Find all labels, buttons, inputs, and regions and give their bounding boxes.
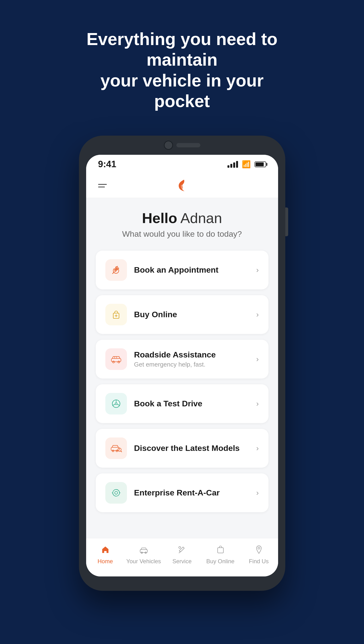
car-search-icon: [105, 438, 127, 459]
svg-point-1: [114, 268, 116, 270]
greeting-name: Adnan: [180, 210, 222, 226]
page-headline: Everything you need to maintain your veh…: [74, 29, 290, 112]
home-icon: [101, 545, 110, 556]
svg-line-12: [113, 404, 115, 406]
menu-subtitle-roadside-assistance: Get emergency help, fast.: [134, 361, 249, 368]
chevron-right-icon: ›: [256, 399, 259, 408]
svg-point-10: [115, 403, 117, 405]
svg-line-25: [179, 552, 180, 553]
svg-line-18: [121, 451, 122, 452]
camera-cluster: [164, 141, 200, 150]
wrench-tool-icon: [105, 259, 127, 281]
menu-title-rent-a-car: Enterprise Rent-A-Car: [134, 488, 249, 498]
menu-title-roadside-assistance: Roadside Assistance: [134, 350, 249, 360]
find-us-icon: [256, 545, 262, 556]
svg-rect-8: [115, 356, 117, 358]
greeting-line1: Hello Adnan: [96, 210, 269, 226]
signal-icon: [228, 161, 238, 168]
wifi-icon: 📶: [242, 160, 251, 168]
logo-svg: [177, 179, 187, 192]
chevron-right-icon: ›: [256, 354, 259, 364]
hamburger-line-top: [98, 184, 107, 185]
hamburger-menu-button[interactable]: [98, 184, 107, 187]
battery-fill: [256, 162, 264, 166]
menu-text-discover-models: Discover the Latest Models: [134, 444, 249, 453]
buy-online-nav-icon: [217, 545, 224, 556]
nav-label-your-vehicles: Your Vehicles: [126, 558, 161, 565]
menu-item-discover-models[interactable]: Discover the Latest Models ›: [96, 429, 269, 468]
menu-text-book-appointment: Book an Appointment: [134, 265, 249, 274]
nav-item-buy-online[interactable]: Buy Online: [201, 545, 240, 565]
status-bar: 9:41 📶: [86, 155, 278, 174]
status-icons: 📶: [228, 160, 266, 168]
greeting-subtitle: What would you like to do today?: [96, 229, 269, 238]
app-header: [86, 174, 278, 198]
chevron-right-icon: ›: [256, 488, 259, 497]
camera-lens: [164, 141, 173, 150]
nav-label-find-us: Find Us: [249, 558, 269, 565]
menu-title-discover-models: Discover the Latest Models: [134, 444, 249, 453]
svg-point-27: [258, 547, 260, 549]
your-vehicles-icon: [139, 545, 148, 556]
menu-text-roadside-assistance: Roadside Assistance Get emergency help, …: [134, 350, 249, 368]
nav-item-service[interactable]: Service: [163, 545, 201, 565]
menu-item-roadside-assistance[interactable]: Roadside Assistance Get emergency help, …: [96, 340, 269, 378]
menu-item-rent-a-car[interactable]: Enterprise Rent-A-Car ›: [96, 474, 269, 512]
menu-title-buy-online: Buy Online: [134, 310, 249, 319]
phone-top-bar: [79, 136, 285, 155]
nav-label-buy-online: Buy Online: [206, 558, 234, 565]
chevron-right-icon: ›: [256, 444, 259, 452]
car-emergency-icon: [105, 348, 127, 370]
phone-screen: 9:41 📶: [86, 155, 278, 576]
service-icon: [178, 545, 186, 556]
shopping-bag-icon: [105, 304, 127, 325]
battery-icon: [255, 162, 266, 167]
side-button: [285, 208, 288, 236]
menu-item-book-test-drive[interactable]: Book a Test Drive ›: [96, 384, 269, 423]
menu-text-buy-online: Buy Online: [134, 310, 249, 319]
chevron-right-icon: ›: [256, 310, 259, 319]
bottom-navigation: Home Your Vehicles: [86, 538, 278, 576]
nav-item-find-us[interactable]: Find Us: [240, 545, 278, 565]
svg-line-13: [117, 404, 119, 406]
chevron-right-icon: ›: [256, 266, 259, 274]
svg-point-20: [115, 492, 118, 494]
menu-text-book-test-drive: Book a Test Drive: [134, 399, 249, 408]
nav-label-service: Service: [172, 558, 192, 565]
menu-text-rent-a-car: Enterprise Rent-A-Car: [134, 488, 249, 498]
svg-point-24: [179, 546, 181, 548]
menu-list: Book an Appointment ›: [96, 250, 269, 512]
menu-item-book-appointment[interactable]: Book an Appointment ›: [96, 250, 269, 290]
greeting-section: Hello Adnan What would you like to do to…: [96, 210, 269, 238]
nav-item-home[interactable]: Home: [86, 545, 124, 565]
nav-item-your-vehicles[interactable]: Your Vehicles: [124, 545, 163, 565]
hamburger-line-bottom: [98, 187, 105, 187]
sensor-bar: [176, 143, 200, 147]
app-logo: [176, 178, 188, 193]
status-time: 9:41: [98, 159, 116, 170]
rent-car-icon: [105, 482, 127, 504]
svg-rect-26: [218, 548, 223, 553]
phone-shell: 9:41 📶: [79, 136, 285, 591]
greeting-hello: Hello: [142, 210, 177, 226]
nav-label-home: Home: [97, 558, 113, 565]
menu-item-buy-online[interactable]: Buy Online ›: [96, 295, 269, 334]
menu-title-book-test-drive: Book a Test Drive: [134, 399, 249, 408]
steering-wheel-icon: [105, 393, 127, 414]
menu-title-book-appointment: Book an Appointment: [134, 265, 249, 274]
app-content: Hello Adnan What would you like to do to…: [86, 198, 278, 538]
